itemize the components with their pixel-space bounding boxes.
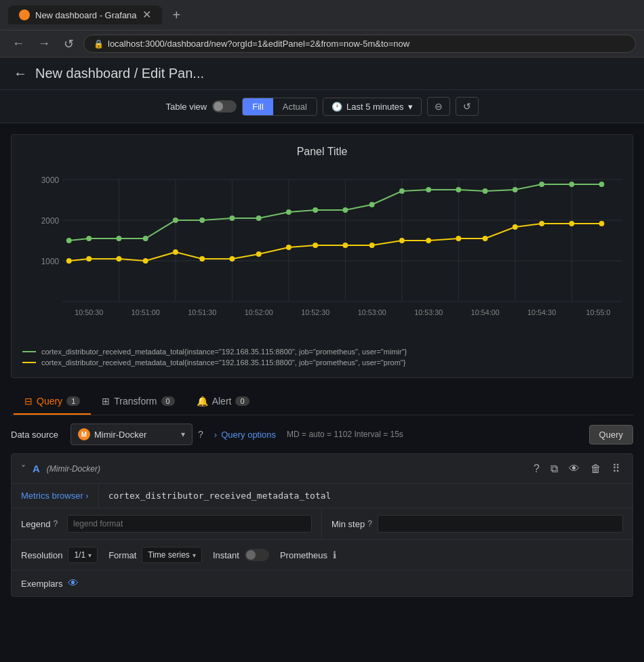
chart-legend: cortex_distributor_received_metadata_tot… <box>22 348 622 367</box>
prometheus-help-button[interactable]: ℹ <box>333 550 336 560</box>
tab-close-button[interactable]: ✕ <box>142 9 151 20</box>
svg-point-32 <box>229 215 235 221</box>
query-fields-row: Legend ? Min step ? <box>12 508 632 539</box>
resolution-select[interactable]: 1/1 ▾ <box>68 547 98 563</box>
svg-point-27 <box>86 236 92 241</box>
svg-point-47 <box>86 256 92 262</box>
toolbar: Table view Fill Actual 🕐 Last 5 minutes … <box>0 90 644 123</box>
instant-label: Instant <box>213 550 239 560</box>
back-button[interactable]: ← <box>14 66 27 81</box>
address-bar[interactable]: 🔒 localhost:3000/dashboard/new?orgId=1&e… <box>83 35 636 53</box>
reload-nav-button[interactable]: ↺ <box>60 35 78 53</box>
query-help-button[interactable]: ? <box>531 461 542 476</box>
svg-text:10:54:00: 10:54:00 <box>471 308 500 316</box>
actual-button[interactable]: Actual <box>273 98 317 115</box>
fill-button[interactable]: Fill <box>243 98 273 115</box>
svg-point-61 <box>483 236 488 241</box>
table-view-toggle[interactable] <box>212 100 237 112</box>
lock-icon: 🔒 <box>94 39 104 49</box>
mimir-logo: M <box>78 428 90 440</box>
query-text-input[interactable] <box>99 484 632 508</box>
query-source: (Mimir-Docker) <box>47 464 100 474</box>
svg-point-59 <box>426 238 431 243</box>
exemplars-row: Exemplars 👁 <box>12 570 632 596</box>
format-select[interactable]: Time series ▾ <box>142 547 202 563</box>
new-tab-button[interactable]: + <box>167 6 186 24</box>
browser-nav: ← → ↺ 🔒 localhost:3000/dashboard/new?org… <box>0 30 644 58</box>
data-source-select[interactable]: M Mimir-Docker ▾ <box>71 423 193 445</box>
refresh-button[interactable]: ↺ <box>456 97 479 116</box>
legend-line-green <box>22 351 36 352</box>
svg-text:3000: 3000 <box>41 175 60 185</box>
svg-point-62 <box>512 224 518 230</box>
zoom-out-button[interactable]: ⊖ <box>427 97 450 116</box>
exemplars-eye-button[interactable]: 👁 <box>68 577 79 589</box>
svg-text:10:53:30: 10:53:30 <box>414 308 443 316</box>
tab-transform[interactable]: ⊞ Transform 0 <box>91 389 185 415</box>
clock-icon: 🕐 <box>331 102 342 112</box>
svg-point-36 <box>342 207 348 213</box>
query-letter: A <box>33 463 40 474</box>
tab-title: New dashboard - Grafana <box>35 10 137 20</box>
svg-point-65 <box>599 221 605 226</box>
query-tab-badge: 1 <box>66 396 80 406</box>
svg-point-45 <box>599 182 605 187</box>
svg-point-48 <box>116 256 121 262</box>
query-run-button[interactable]: Query <box>589 425 633 444</box>
query-visibility-button[interactable]: 👁 <box>566 461 582 476</box>
instant-toggle[interactable] <box>245 549 269 561</box>
active-tab[interactable]: New dashboard - Grafana ✕ <box>8 5 162 24</box>
collapse-button[interactable]: ˅ <box>21 463 26 474</box>
time-range-button[interactable]: 🕐 Last 5 minutes ▾ <box>323 98 422 116</box>
min-step-help-button[interactable]: ? <box>367 519 372 529</box>
min-step-label: Min step ? <box>331 519 372 529</box>
toggle-knob <box>214 102 223 111</box>
svg-text:10:51:30: 10:51:30 <box>188 308 216 316</box>
svg-point-46 <box>66 258 72 264</box>
query-options-prefix: › <box>214 430 217 440</box>
metrics-browser-button[interactable]: Metrics browser › <box>12 484 99 508</box>
tab-query[interactable]: ⊟ Query 1 <box>14 389 91 415</box>
svg-text:10:52:00: 10:52:00 <box>245 308 273 316</box>
legend-input[interactable] <box>67 515 312 533</box>
query-tab-label: Query <box>37 396 62 407</box>
svg-point-35 <box>313 207 318 213</box>
forward-nav-button[interactable]: → <box>34 35 54 52</box>
back-nav-button[interactable]: ← <box>8 35 28 52</box>
svg-point-64 <box>569 221 574 226</box>
resolution-value: 1/1 <box>74 550 85 560</box>
legend-line-yellow <box>22 362 36 363</box>
query-delete-button[interactable]: 🗑 <box>588 461 604 476</box>
svg-point-55 <box>313 243 318 248</box>
svg-point-52 <box>229 256 235 262</box>
svg-point-26 <box>66 238 72 243</box>
min-step-input[interactable] <box>378 515 623 533</box>
svg-point-30 <box>173 218 178 223</box>
svg-point-50 <box>173 249 178 255</box>
time-range-label: Last 5 minutes <box>346 102 404 112</box>
help-button[interactable]: ? <box>198 429 203 440</box>
query-options-label: Query options <box>221 430 276 440</box>
legend-help-button[interactable]: ? <box>53 519 58 529</box>
table-view-group: Table view <box>166 100 237 112</box>
query-editor: ˅ A (Mimir-Docker) ? ⧉ 👁 🗑 ⠿ Metrics bro… <box>11 453 633 597</box>
svg-point-42 <box>512 187 518 192</box>
query-section: ⊟ Query 1 ⊞ Transform 0 🔔 Alert 0 Data s… <box>11 389 633 597</box>
tab-alert[interactable]: 🔔 Alert 0 <box>186 389 260 415</box>
legend-label: Legend ? <box>21 519 62 529</box>
query-copy-button[interactable]: ⧉ <box>548 461 561 476</box>
legend-label-prom: cortex_distributor_received_metadata_tot… <box>41 358 405 367</box>
legend-label-mimir: cortex_distributor_received_metadata_tot… <box>41 348 407 356</box>
svg-point-57 <box>369 243 375 248</box>
options-row: Resolution 1/1 ▾ Format Time series ▾ In… <box>12 539 632 570</box>
query-options-button[interactable]: › Query options <box>209 427 281 442</box>
chart-svg: 3000 2000 1000 10:50:30 10:51:00 10:51:3… <box>22 166 622 329</box>
svg-point-43 <box>539 182 544 187</box>
svg-point-63 <box>539 221 544 226</box>
transform-tab-icon: ⊞ <box>102 396 110 407</box>
query-editor-actions: ? ⧉ 👁 🗑 ⠿ <box>531 461 623 476</box>
query-drag-handle[interactable]: ⠿ <box>609 461 623 476</box>
svg-point-60 <box>456 236 461 241</box>
ds-chevron-icon: ▾ <box>181 430 185 439</box>
grafana-favicon <box>19 9 30 20</box>
